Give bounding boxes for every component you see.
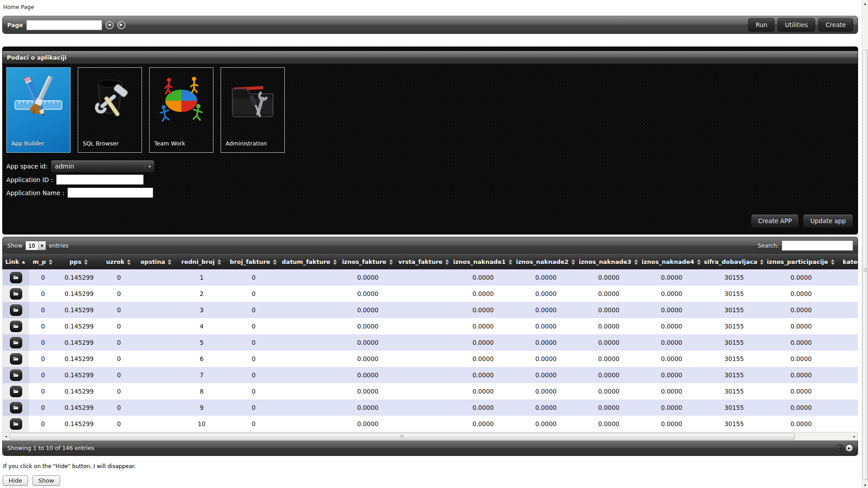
column-header-iznos_fakture[interactable]: iznos_fakture (339, 254, 396, 269)
cell-iznos_naknade2: 0.0000 (514, 334, 577, 351)
column-header-broj_fakture[interactable]: broj_fakture (226, 254, 280, 269)
open-record-button[interactable] (10, 272, 22, 283)
show-button[interactable]: Show (33, 475, 60, 486)
chevron-down-icon: ▼ (38, 241, 46, 250)
scroll-right-arrow-icon[interactable]: ▶ (851, 432, 858, 440)
cell-iznos_fakture: 0.0000 (339, 286, 396, 302)
run-button[interactable]: Run (748, 18, 774, 32)
cell-redni_broj: 8 (176, 383, 227, 399)
cell-m_p: 0 (29, 286, 57, 302)
column-header-redni_broj[interactable]: redni_broj (176, 254, 226, 269)
cell-iznos_naknade3: 0.0000 (577, 383, 640, 399)
cell-opstina (137, 351, 176, 367)
column-header-iznos_naknade2[interactable]: iznos_naknade2 (514, 254, 577, 269)
open-record-button[interactable] (10, 288, 22, 300)
hide-button[interactable]: Hide (3, 475, 28, 486)
home-link[interactable]: Home Page (0, 0, 34, 10)
prev-page-button[interactable]: ◀ (105, 21, 114, 29)
administration-icon (226, 74, 279, 127)
cell-iznos_naknade1: 0.0000 (452, 399, 514, 416)
page-size-select[interactable]: 10 ▼ (25, 241, 46, 250)
open-record-button[interactable] (10, 353, 22, 365)
create-button[interactable]: Create (818, 18, 853, 32)
column-header-iznos_naknade1[interactable]: iznos_naknade1 (451, 254, 514, 269)
utilities-button[interactable]: Utilities (778, 18, 815, 32)
column-header-iznos_naknade4[interactable]: iznos_naknade4 (640, 254, 703, 269)
tile-team-work[interactable]: Team Work (149, 67, 213, 153)
pagination: ◀ ▶ (836, 444, 853, 452)
cell-kategorija (837, 367, 858, 383)
scroll-down-arrow-icon[interactable]: ▼ (862, 482, 868, 488)
pagination-prev-button[interactable]: ◀ (836, 444, 844, 452)
cell-opstina (137, 302, 176, 318)
tile-sql-browser[interactable]: SQL Browser (78, 67, 142, 153)
cell-m_p: 0 (29, 351, 57, 367)
page-input[interactable] (26, 20, 102, 30)
open-record-button[interactable] (10, 337, 22, 348)
column-header-opstina[interactable]: opstina (136, 254, 176, 269)
cell-iznos_naknade4: 0.0000 (640, 367, 703, 383)
search-input[interactable] (782, 240, 853, 251)
column-label: iznos_naknade4 (642, 258, 694, 265)
horizontal-scrollbar-thumb[interactable] (9, 433, 795, 440)
table-horizontal-scrollbar[interactable]: ◀ ▶ (2, 432, 858, 441)
scroll-up-arrow-icon[interactable]: ▲ (862, 0, 868, 6)
cell-link (3, 416, 29, 432)
open-record-button[interactable] (10, 321, 22, 332)
open-record-button[interactable] (10, 402, 22, 413)
cell-kategorija (837, 383, 858, 399)
cell-sifra_dobavljaca: 30155 (703, 302, 765, 318)
table-info: Showing 1 to 10 of 146 entries (7, 445, 94, 451)
column-header-kategorija[interactable]: kateg (836, 254, 858, 269)
application-id-input[interactable] (56, 174, 144, 185)
cell-pps: 0.145299 (57, 269, 101, 286)
column-header-link[interactable]: Link (2, 254, 28, 269)
column-header-sifra_dobavljaca[interactable]: sifra_dobavljaca (703, 254, 765, 269)
tile-app-builder[interactable]: App Builder (6, 67, 71, 153)
sort-icon (760, 259, 764, 265)
next-page-button[interactable]: ▶ (117, 21, 126, 29)
cell-iznos_naknade4: 0.0000 (640, 286, 703, 302)
sort-icon (571, 259, 575, 265)
vertical-scrollbar-thumb[interactable] (863, 50, 868, 480)
update-app-button[interactable]: Update app (803, 214, 853, 228)
column-header-datum_fakture[interactable]: datum_fakture (280, 254, 339, 269)
column-header-iznos_naknade3[interactable]: iznos_naknade3 (577, 254, 640, 269)
page-size-value: 10 (26, 241, 38, 250)
cell-iznos_naknade2: 0.0000 (514, 302, 577, 318)
open-record-button[interactable] (10, 418, 22, 430)
cell-link (3, 399, 29, 416)
cell-broj_fakture: 0 (227, 399, 280, 416)
open-record-button[interactable] (10, 386, 22, 397)
application-name-input[interactable] (67, 188, 153, 198)
column-header-uzrok[interactable]: uzrok (101, 254, 136, 269)
create-app-button[interactable]: Create APP (751, 214, 799, 228)
pagination-next-button[interactable]: ▶ (845, 444, 853, 452)
column-header-m_p[interactable]: m_p (28, 254, 57, 269)
table-row: 00.1452990100.00000.00000.00000.00000.00… (3, 269, 858, 286)
application-id-label: Application ID : (6, 176, 53, 183)
column-label: pps (70, 258, 81, 265)
cell-pps: 0.145299 (57, 416, 101, 432)
tile-label: Administration (226, 140, 267, 147)
app-space-select[interactable]: admin ▾ (51, 160, 155, 173)
column-header-iznos_participacije[interactable]: iznos_participacije (765, 254, 836, 269)
cell-pps: 0.145299 (57, 318, 101, 334)
column-label: sifra_dobavljaca (704, 258, 758, 265)
cell-iznos_naknade1: 0.0000 (452, 302, 514, 318)
cell-vrsta_fakture (396, 302, 452, 318)
scroll-left-arrow-icon[interactable]: ◀ (3, 432, 9, 440)
cell-link (3, 286, 29, 302)
open-record-button[interactable] (10, 370, 22, 381)
cell-broj_fakture: 0 (227, 318, 280, 334)
open-record-button[interactable] (10, 305, 22, 316)
cell-iznos_naknade4: 0.0000 (640, 399, 703, 416)
cell-uzrok: 0 (101, 416, 137, 432)
tile-administration[interactable]: Administration (221, 67, 285, 153)
cell-link (3, 383, 29, 399)
sort-icon (389, 259, 393, 265)
cell-iznos_naknade3: 0.0000 (577, 286, 640, 302)
window-scrollbar[interactable]: ▲ ▼ (862, 0, 868, 488)
column-header-pps[interactable]: pps (57, 254, 101, 269)
column-header-vrsta_fakture[interactable]: vrsta_fakture (396, 254, 451, 269)
